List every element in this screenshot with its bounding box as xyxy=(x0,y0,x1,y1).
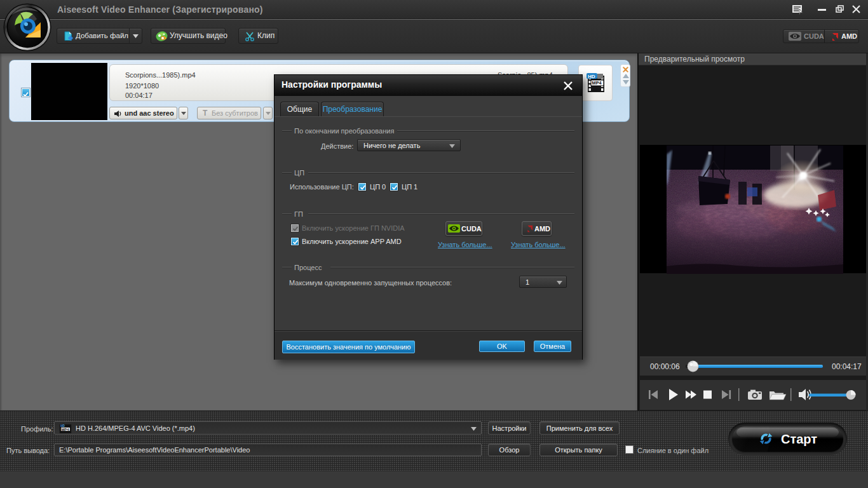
svg-text:MP4: MP4 xyxy=(61,428,69,431)
svg-text:MP4: MP4 xyxy=(592,80,602,86)
svg-text:HD: HD xyxy=(588,74,595,79)
svg-text:HD: HD xyxy=(60,424,65,428)
